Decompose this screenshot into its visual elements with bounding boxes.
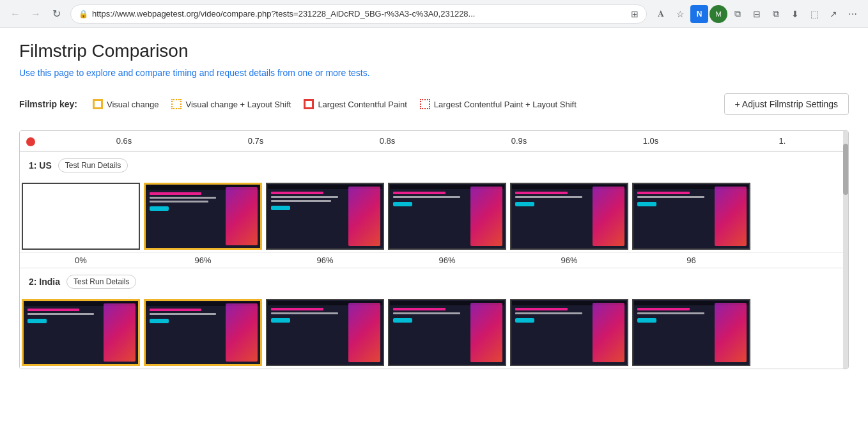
filmstrip-thumb-us-5[interactable]	[510, 183, 628, 250]
filmstrip-thumb-india-1[interactable]	[22, 299, 140, 366]
filmstrip-thumb-us-1[interactable]	[22, 183, 140, 250]
filmstrip-row-us	[20, 179, 848, 252]
filmstrip-thumb-india-5[interactable]	[510, 299, 628, 366]
filmstrip-thumb-us-3[interactable]	[266, 183, 384, 250]
tick-0-8s: 0.8s	[322, 136, 453, 146]
thumb-inner-india-5	[511, 300, 627, 365]
thumb-cta-6	[637, 202, 656, 206]
filmstrip-thumb-india-6[interactable]	[632, 299, 750, 366]
browser-chrome: ← → ↻ 🔒 https://www.webpagetest.org/vide…	[0, 0, 868, 28]
thumb-inner-india-1	[24, 301, 138, 364]
thumb-img-i3	[348, 303, 380, 362]
test-section-us: 1: US Test Run Details	[20, 151, 848, 268]
test-section-india: 2: India Test Run Details	[20, 268, 848, 369]
scroll-thumb[interactable]	[843, 144, 848, 195]
test-run-details-india[interactable]: Test Run Details	[66, 275, 136, 289]
thumb-img-i6	[715, 303, 747, 362]
thumb-img-i1	[104, 303, 136, 362]
thumb-title-6	[637, 192, 690, 194]
bookmark-icon[interactable]: ☆	[671, 5, 689, 23]
thumb-right-4	[470, 187, 502, 246]
visual-change-box	[93, 99, 103, 109]
thumb-line1-i3	[271, 312, 338, 314]
scrollbar[interactable]	[843, 131, 848, 369]
test-label-us: 1: US	[29, 160, 52, 171]
more-menu-icon[interactable]: ⋯	[844, 5, 862, 23]
page-title: Filmstrip Comparison	[19, 41, 849, 61]
thumb-cta-i2	[150, 319, 169, 323]
tick-0-7s: 0.7s	[190, 136, 322, 146]
address-bar[interactable]: 🔒 https://www.webpagetest.org/video/comp…	[70, 4, 647, 24]
filmstrip-thumb-us-6[interactable]	[632, 183, 750, 250]
thumb-cta-i6	[637, 318, 656, 323]
lcp-layout-shift-box	[420, 99, 430, 109]
thumb-line1-4	[393, 196, 460, 198]
back-button[interactable]: ←	[6, 5, 24, 23]
thumb-title-i3	[271, 308, 323, 310]
thumb-left-i3	[270, 303, 347, 362]
thumb-title-i1	[27, 309, 79, 311]
thumb-content-i1	[26, 303, 136, 362]
key-box-layout-shift	[171, 99, 182, 109]
download-icon[interactable]: ⬇	[786, 5, 804, 23]
filmstrip-thumb-us-2[interactable]	[144, 183, 262, 250]
key-label-lcp: Largest Contentful Paint	[318, 100, 407, 109]
adjust-filmstrip-button[interactable]: + Adjust Filmstrip Settings	[724, 93, 849, 115]
extension-n-icon[interactable]: N	[690, 5, 708, 23]
thumb-content-i5	[514, 303, 624, 362]
percent-us-5: 96%	[508, 256, 630, 265]
thumb-cta	[150, 206, 169, 211]
filmstrip-thumb-india-4[interactable]	[388, 299, 506, 366]
filmstrip-thumb-india-3[interactable]	[266, 299, 384, 366]
thumb-inner-us-3	[267, 184, 383, 248]
key-label-lcp-layout-shift: Largest Contentful Paint + Layout Shift	[434, 100, 577, 109]
thumb-content-i6	[636, 303, 747, 362]
test-run-details-us[interactable]: Test Run Details	[58, 158, 128, 172]
thumb-line1-6	[637, 196, 704, 198]
thumb-img-i4	[470, 303, 502, 362]
thumb-line1-i5	[515, 312, 582, 314]
percent-row-us: 0% 96% 96% 96% 96% 96	[20, 252, 848, 268]
extensions-icon[interactable]: ⧉	[729, 5, 747, 23]
thumb-title-i2	[150, 309, 201, 311]
duplicate-tab-icon[interactable]: ⧉	[767, 5, 785, 23]
screenshot-icon[interactable]: ⬚	[805, 5, 823, 23]
thumb-left	[148, 187, 224, 245]
split-view-icon[interactable]: ⊟	[748, 5, 766, 23]
filmstrip-thumb-us-4[interactable]	[388, 183, 506, 250]
thumb-line1-5	[515, 196, 582, 198]
thumb-left-3	[270, 187, 347, 246]
read-aloud-icon[interactable]: 𝐀	[652, 5, 670, 23]
test-header-india: 2: India Test Run Details	[20, 268, 848, 295]
page-content: Filmstrip Comparison Use this page to ex…	[0, 28, 868, 382]
thumb-title	[150, 192, 201, 195]
key-label-visual-change: Visual change	[107, 100, 159, 109]
layout-shift-box	[171, 99, 182, 109]
filmstrip-thumb-india-2[interactable]	[144, 299, 262, 366]
thumb-img-6	[715, 187, 747, 246]
thumb-img-i2	[226, 303, 258, 362]
key-item-lcp-layout-shift: Largest Contentful Paint + Layout Shift	[420, 99, 577, 109]
thumb-content	[148, 187, 258, 245]
percent-us-2: 96%	[142, 256, 264, 265]
percent-us-1: 0%	[20, 256, 142, 265]
thumb-left-5	[514, 187, 591, 246]
thumb-right-i1	[104, 303, 136, 362]
thumb-line2	[150, 201, 208, 203]
thumb-right-5	[593, 187, 624, 246]
thumb-content-3	[270, 187, 380, 246]
forward-button[interactable]: →	[27, 5, 45, 23]
thumb-content-4	[392, 187, 502, 246]
thumb-img	[226, 187, 258, 245]
thumb-content-i2	[148, 303, 258, 362]
thumb-inner-india-4	[389, 300, 505, 365]
thumb-content-5	[514, 187, 624, 246]
thumb-cta-i1	[27, 319, 47, 323]
extension-m-icon[interactable]: M	[709, 5, 727, 23]
share-icon[interactable]: ↗	[825, 5, 842, 23]
thumb-cta-i4	[393, 318, 412, 323]
thumb-title-5	[515, 192, 568, 194]
filmstrip-key: Filmstrip key: Visual change Visual chan…	[19, 93, 849, 115]
refresh-button[interactable]: ↻	[47, 5, 65, 23]
url-text: https://www.webpagetest.org/video/compar…	[92, 9, 627, 19]
